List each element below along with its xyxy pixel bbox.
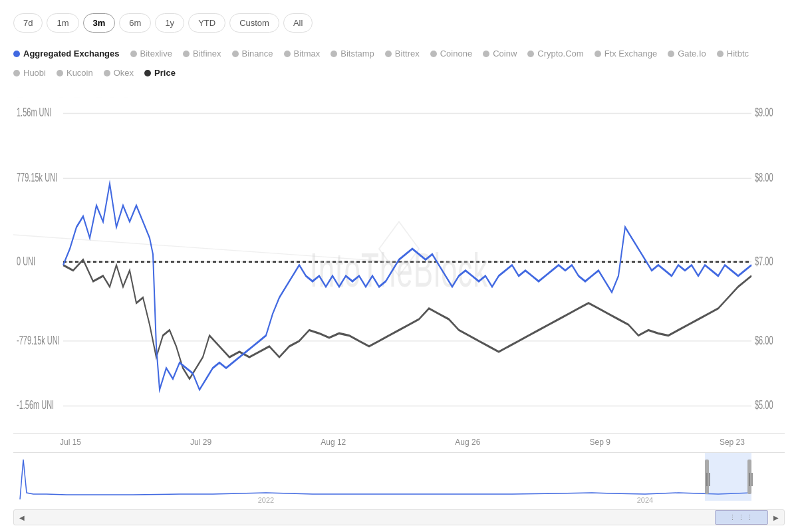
main-container: 7d 1m 3m 6m 1y YTD Custom All Aggregated… [0, 0, 798, 532]
chart-legend: Aggregated Exchanges Bitexlive Bitfinex … [13, 46, 785, 81]
scrollbar: ◀ ⋮⋮⋮ ▶ [13, 509, 785, 525]
scroll-prev-btn[interactable]: ◀ [14, 509, 30, 525]
x-label-sep23: Sep 23 [720, 438, 745, 447]
mini-blue-line [20, 460, 751, 499]
legend-hitbtc[interactable]: Hitbtc [717, 46, 749, 61]
x-label-aug26: Aug 26 [455, 438, 480, 447]
legend-dot-price [144, 70, 151, 76]
legend-okex[interactable]: Okex [104, 65, 134, 80]
legend-label-price: Price [154, 65, 176, 80]
btn-6m[interactable]: 6m [119, 13, 151, 33]
legend-label-bitmax: Bitmax [294, 46, 321, 61]
mini-year-2022: 2022 [258, 496, 274, 504]
legend-label-bitfinex: Bitfinex [193, 46, 221, 61]
y-label-mid-right: $7.00 [755, 255, 773, 267]
scroll-thumb[interactable]: ⋮⋮⋮ [715, 510, 768, 525]
legend-dot-gateio [668, 51, 674, 57]
legend-dot-hitbtc [717, 51, 724, 57]
legend-coinw[interactable]: Coinw [483, 46, 517, 61]
legend-label-hitbtc: Hitbtc [727, 46, 749, 61]
legend-gateio[interactable]: Gate.Io [668, 46, 706, 61]
legend-label-okex: Okex [114, 65, 134, 80]
y-label-4-right: $6.00 [755, 334, 773, 346]
legend-bitstamp[interactable]: Bitstamp [331, 46, 374, 61]
y-label-top-right: $9.00 [755, 106, 773, 118]
y-label-2-right: $8.00 [755, 171, 773, 184]
legend-bitexlive[interactable]: Bitexlive [130, 46, 172, 61]
legend-dot-coinw [483, 51, 489, 57]
scroll-thumb-handle: ⋮⋮⋮ [716, 511, 767, 524]
scroll-track: ⋮⋮⋮ [30, 510, 768, 525]
legend-kucoin[interactable]: Kucoin [57, 65, 93, 80]
legend-label-coinone: Coinone [440, 46, 472, 61]
legend-dot-bittrex [385, 51, 392, 57]
legend-dot-aggregated [13, 51, 20, 57]
y-label-bot-left: -1.56m UNI [17, 398, 54, 411]
legend-binance[interactable]: Binance [232, 46, 273, 61]
watermark-text: IntoTheBlock [310, 243, 489, 297]
legend-label-bitexlive: Bitexlive [140, 46, 172, 61]
legend-ftx[interactable]: Ftx Exchange [595, 46, 658, 61]
mini-year-2024: 2024 [637, 496, 653, 504]
btn-3m[interactable]: 3m [83, 13, 116, 33]
main-chart: IntoTheBlock 1.56m UNI 779.15k UNI 0 UNI… [13, 97, 785, 434]
y-label-2-left: 779.15k UNI [17, 171, 57, 184]
legend-label-ftx: Ftx Exchange [604, 46, 658, 61]
legend-dot-bitexlive [130, 51, 137, 57]
btn-custom[interactable]: Custom [229, 13, 279, 33]
mini-chart-svg: 2022 2024 [13, 453, 785, 506]
btn-7d[interactable]: 7d [13, 13, 43, 33]
y-label-mid-left: 0 UNI [17, 255, 35, 267]
legend-huobi[interactable]: Huobi [13, 65, 46, 80]
legend-label-gateio: Gate.Io [678, 46, 706, 61]
legend-label-binance: Binance [242, 46, 273, 61]
legend-aggregated[interactable]: Aggregated Exchanges [13, 46, 120, 61]
legend-coinone[interactable]: Coinone [430, 46, 472, 61]
mini-selection-region[interactable] [705, 453, 751, 501]
legend-dot-huobi [13, 70, 20, 76]
x-axis: Jul 15 Jul 29 Aug 12 Aug 26 Sep 9 Sep 23 [13, 434, 785, 451]
time-range-bar: 7d 1m 3m 6m 1y YTD Custom All [13, 13, 785, 33]
legend-dot-ftx [595, 51, 601, 57]
legend-dot-cryptocom [527, 51, 534, 57]
x-label-aug12: Aug 12 [321, 438, 346, 447]
btn-ytd[interactable]: YTD [188, 13, 225, 33]
legend-label-bittrex: Bittrex [395, 46, 420, 61]
legend-dot-bitmax [284, 51, 291, 57]
y-label-4-left: -779.15k UNI [17, 334, 60, 346]
chart-area: IntoTheBlock 1.56m UNI 779.15k UNI 0 UNI… [13, 97, 785, 525]
x-label-jul15: Jul 15 [60, 438, 81, 447]
legend-label-bitstamp: Bitstamp [340, 46, 374, 61]
btn-all[interactable]: All [283, 13, 313, 33]
legend-bitfinex[interactable]: Bitfinex [183, 46, 221, 61]
scroll-next-btn[interactable]: ▶ [768, 509, 784, 525]
legend-label-cryptocom: Crypto.Com [537, 46, 583, 61]
x-label-jul29: Jul 29 [190, 438, 211, 447]
legend-label-aggregated: Aggregated Exchanges [23, 46, 120, 61]
y-label-top-left: 1.56m UNI [17, 106, 52, 118]
legend-cryptocom[interactable]: Crypto.Com [527, 46, 583, 61]
legend-label-coinw: Coinw [493, 46, 517, 61]
legend-dot-bitstamp [331, 51, 337, 57]
legend-label-kucoin: Kucoin [66, 65, 93, 80]
legend-bitmax[interactable]: Bitmax [284, 46, 321, 61]
legend-label-huobi: Huobi [23, 65, 46, 80]
mini-chart: 2022 2024 ◀ ⋮⋮⋮ [13, 452, 785, 525]
legend-dot-coinone [430, 51, 437, 57]
y-label-bot-right: $5.00 [755, 398, 773, 411]
legend-dot-bitfinex [183, 51, 190, 57]
legend-bittrex[interactable]: Bittrex [385, 46, 420, 61]
x-label-sep9: Sep 9 [589, 438, 610, 447]
main-chart-svg: IntoTheBlock 1.56m UNI 779.15k UNI 0 UNI… [13, 97, 785, 433]
legend-dot-binance [232, 51, 239, 57]
legend-price[interactable]: Price [144, 65, 176, 80]
btn-1m[interactable]: 1m [47, 13, 78, 33]
legend-dot-okex [104, 70, 110, 76]
legend-dot-kucoin [57, 70, 63, 76]
btn-1y[interactable]: 1y [155, 13, 184, 33]
